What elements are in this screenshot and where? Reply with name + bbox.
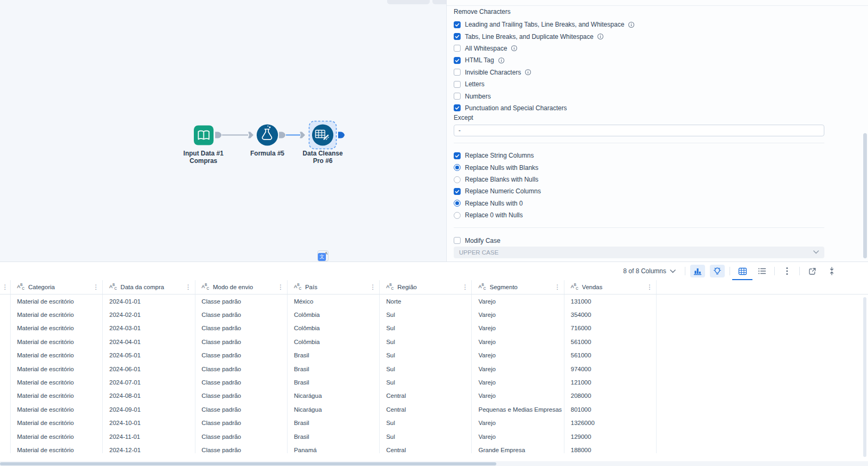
option-row: Tabs, Line Breaks, and Duplicate Whitesp… <box>454 30 824 42</box>
profile-chart-button[interactable] <box>690 265 705 277</box>
column-menu-icon[interactable]: ⋮ <box>462 284 468 290</box>
grid-view-button[interactable] <box>735 265 750 277</box>
checkbox-modify-case[interactable] <box>454 237 461 244</box>
table-row[interactable]: Material de escritório2024-04-01Classe p… <box>0 335 868 348</box>
table-cell: Panamá <box>288 443 380 453</box>
column-menu-icon[interactable]: ⋮ <box>370 284 376 290</box>
checkbox-leading-and-trailing-tabs-line-breaks-and-whitespace[interactable] <box>454 21 461 28</box>
table-grid-icon <box>738 267 747 275</box>
workflow-canvas[interactable]: Input Data #1 Compras Formula #5 Data Cl… <box>0 0 446 261</box>
table-cell: Varejo <box>472 322 564 335</box>
except-label: Except <box>454 114 824 125</box>
column-menu-icon[interactable]: ⋮ <box>646 284 653 290</box>
column-header-regi-o[interactable]: ABCRegião⋮ <box>380 280 472 294</box>
column-header-pa-s[interactable]: ABCPaís⋮ <box>288 280 380 294</box>
string-type-icon: ABC <box>478 283 486 291</box>
node-data-cleanse-icon[interactable] <box>309 121 345 149</box>
checkbox-tabs-line-breaks-and-duplicate-whitespace[interactable] <box>454 33 461 40</box>
table-cell: México <box>288 295 380 308</box>
table-horizontal-scrollbar-track[interactable] <box>0 461 868 466</box>
table-row[interactable]: Material de escritório2024-09-01Classe p… <box>0 403 868 416</box>
table-cell: Varejo <box>472 308 564 321</box>
table-cell: 2024-04-01 <box>103 335 195 348</box>
collapse-panel-button[interactable] <box>824 265 839 277</box>
config-scrollbar[interactable] <box>863 133 867 258</box>
external-link-icon <box>808 267 816 275</box>
checkbox-replace-numeric-columns[interactable] <box>454 188 461 195</box>
table-cell: 129000 <box>564 430 657 443</box>
table-row[interactable]: Material de escritório2024-05-01Classe p… <box>0 349 868 362</box>
table-row[interactable]: Material de escritório2024-12-01Classe p… <box>0 443 868 453</box>
replace-options: Replace String ColumnsReplace Nulls with… <box>454 150 824 221</box>
column-header-modo-de-envio[interactable]: ABCModo de envio⋮ <box>195 280 288 294</box>
translate-extension-icon[interactable]: A 文 <box>317 250 329 261</box>
column-header-categoria[interactable]: ABCCategoria⋮ <box>11 280 103 294</box>
table-cell: Classe padrão <box>195 430 288 443</box>
row-gutter-header: ⋮ <box>0 280 11 294</box>
toolbar-separator <box>685 267 685 275</box>
column-menu-icon[interactable]: ⋮ <box>277 284 284 290</box>
checkbox-all-whitespace[interactable] <box>454 45 461 52</box>
info-icon[interactable] <box>597 33 604 40</box>
option-row: Replace Numeric Columns <box>454 185 824 197</box>
node-input-data-icon[interactable] <box>194 126 214 145</box>
table-row[interactable]: Material de escritório2024-03-01Classe p… <box>0 322 868 335</box>
insights-button[interactable] <box>710 265 725 277</box>
checkbox-letters[interactable] <box>454 81 461 88</box>
info-icon[interactable] <box>628 21 635 28</box>
radio-replace-0-with-nulls[interactable] <box>454 212 461 219</box>
checkbox-replace-string-columns[interactable] <box>454 152 461 159</box>
table-cell: Classe padrão <box>195 308 288 321</box>
column-menu-icon[interactable]: ⋮ <box>93 284 99 290</box>
connector-formula-to-cleanse[interactable] <box>279 132 305 138</box>
info-icon[interactable] <box>498 57 505 64</box>
list-view-button[interactable] <box>755 265 769 277</box>
table-cell: 2024-02-01 <box>103 308 195 321</box>
columns-dropdown[interactable]: 8 of 8 Columns <box>623 267 676 275</box>
connector-input-to-formula[interactable] <box>215 132 253 138</box>
case-dropdown[interactable]: UPPER CASE <box>454 247 824 258</box>
column-menu-icon[interactable]: ⋮ <box>185 284 192 290</box>
column-header-data-da-compra[interactable]: ABCData da compra⋮ <box>103 280 195 294</box>
table-vertical-scrollbar[interactable] <box>863 297 866 457</box>
radio-replace-nulls-with-blanks[interactable] <box>454 164 461 171</box>
option-row: Punctuation and Special Characters <box>454 102 824 114</box>
checkbox-html-tag[interactable] <box>454 57 461 64</box>
table-cell: Brasil <box>288 430 380 443</box>
except-input[interactable] <box>454 125 824 136</box>
column-menu-icon[interactable]: ⋮ <box>554 284 561 290</box>
open-in-new-window-button[interactable] <box>805 265 820 277</box>
table-horizontal-scrollbar-thumb[interactable] <box>0 462 496 465</box>
table-row[interactable]: Material de escritório2024-06-01Classe p… <box>0 362 868 375</box>
checkbox-numbers[interactable] <box>454 93 461 100</box>
checkbox-invisible-characters[interactable] <box>454 69 461 76</box>
output-anchor[interactable] <box>338 132 345 138</box>
table-row[interactable]: Material de escritório2024-10-01Classe p… <box>0 416 868 430</box>
table-cell: Brasil <box>288 375 380 389</box>
table-row[interactable]: Material de escritório2024-01-01Classe p… <box>0 295 868 308</box>
radio-replace-blanks-with-nulls[interactable] <box>454 176 461 183</box>
table-row[interactable]: Material de escritório2024-08-01Classe p… <box>0 389 868 403</box>
table-cell: 131000 <box>564 295 657 308</box>
option-label: Tabs, Line Breaks, and Duplicate Whitesp… <box>465 33 593 40</box>
table-row[interactable]: Material de escritório2024-02-01Classe p… <box>0 308 868 321</box>
table-cell: Sul <box>380 335 472 348</box>
more-options-button[interactable] <box>780 265 795 277</box>
option-row: HTML Tag <box>454 54 824 66</box>
table-cell: Classe padrão <box>195 403 288 416</box>
checkbox-punctuation-and-special-characters[interactable] <box>454 104 461 111</box>
table-row[interactable]: Material de escritório2024-11-01Classe p… <box>0 430 868 443</box>
table-row[interactable]: Material de escritório2024-07-01Classe p… <box>0 375 868 389</box>
node-formula-icon[interactable] <box>257 125 278 146</box>
column-header-segmento[interactable]: ABCSegmento⋮ <box>472 280 564 294</box>
table-cell: 2024-12-01 <box>103 443 195 453</box>
row-menu-icon[interactable]: ⋮ <box>2 284 9 290</box>
info-icon[interactable] <box>525 69 531 76</box>
radio-replace-nulls-with-0[interactable] <box>454 200 461 207</box>
column-header-vendas[interactable]: ABCVendas⋮ <box>564 280 657 294</box>
table-cell: Classe padrão <box>195 389 288 403</box>
table-cell: Varejo <box>472 416 564 430</box>
results-toolbar: 8 of 8 Columns <box>0 262 868 280</box>
table-cell: 2024-11-01 <box>103 430 195 443</box>
info-icon[interactable] <box>511 45 518 52</box>
